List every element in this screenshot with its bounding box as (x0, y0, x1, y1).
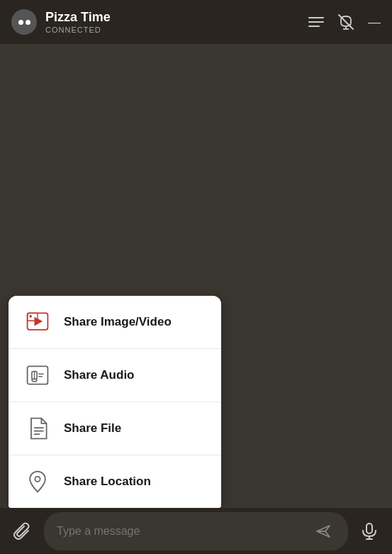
message-input[interactable] (57, 525, 311, 538)
hamburger-line-3 (308, 26, 320, 27)
file-icon-wrap (23, 414, 52, 443)
location-icon (25, 469, 50, 494)
logo-dots (18, 20, 30, 25)
share-image-video-label: Share Image/Video (64, 315, 172, 329)
main-content: Share Image/Video Share Audio (0, 44, 392, 508)
audio-icon-wrap (23, 360, 52, 390)
mute-icon[interactable] (337, 13, 355, 31)
svg-point-15 (35, 477, 40, 482)
share-file-item[interactable]: Share File (9, 402, 221, 455)
share-popup-menu: Share Image/Video Share Audio (9, 296, 221, 508)
logo-dot-1 (18, 20, 23, 25)
send-icon (315, 523, 331, 539)
share-file-label: Share File (64, 421, 121, 436)
svg-point-6 (29, 315, 32, 318)
mute-svg (337, 13, 355, 31)
header: Pizza Time CONNECTED — (0, 0, 392, 44)
svg-rect-7 (28, 366, 48, 384)
location-icon-wrap (23, 467, 52, 497)
svg-marker-4 (35, 317, 43, 326)
attach-icon (13, 522, 32, 541)
mic-icon (360, 522, 379, 541)
image-video-icon-wrap (23, 307, 52, 337)
menu-icon[interactable] (308, 17, 324, 27)
chat-title: Pizza Time (45, 10, 308, 26)
header-actions: — (308, 13, 381, 31)
share-image-video-item[interactable]: Share Image/Video (9, 296, 221, 349)
share-audio-label: Share Audio (64, 368, 135, 382)
share-location-item[interactable]: Share Location (9, 455, 221, 508)
connection-status: CONNECTED (45, 26, 308, 34)
file-icon (25, 416, 50, 441)
message-input-wrap (44, 512, 348, 550)
send-button[interactable] (311, 519, 335, 543)
minimize-icon[interactable]: — (368, 16, 381, 28)
hamburger-line-2 (308, 21, 324, 23)
share-audio-item[interactable]: Share Audio (9, 349, 221, 402)
hamburger-line-1 (308, 17, 324, 18)
logo-dot-2 (26, 20, 30, 25)
share-location-label: Share Location (64, 475, 151, 489)
attach-button[interactable] (9, 517, 37, 545)
svg-rect-17 (366, 523, 372, 533)
image-video-icon (25, 309, 50, 335)
mic-button[interactable] (355, 517, 383, 545)
bottom-bar (0, 508, 392, 554)
audio-icon (25, 362, 50, 388)
header-title-block: Pizza Time CONNECTED (45, 10, 308, 34)
app-logo (11, 9, 37, 35)
